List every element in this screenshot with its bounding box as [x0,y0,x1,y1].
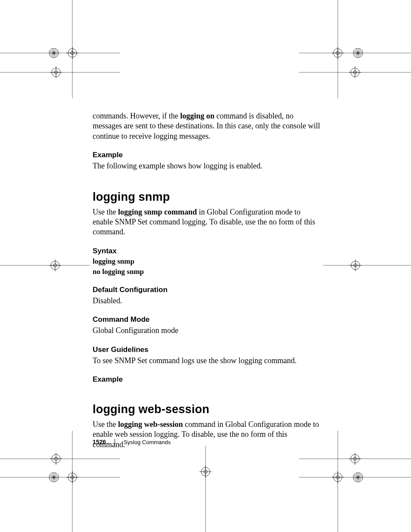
body-paragraph: Use the logging snmp command in Global C… [93,207,321,237]
syntax-line: no logging snmp [93,268,321,276]
body-paragraph: To see SNMP Set command logs use the sho… [93,356,321,366]
registration-mark-icon [34,444,120,530]
bold-text: logging web-session [118,420,183,429]
registration-mark-icon [312,29,411,98]
syntax-line: logging snmp [93,257,321,266]
heading-syntax: Syntax [93,247,321,255]
heading-logging-snmp: logging snmp [93,190,321,204]
registration-mark-icon [34,29,120,98]
bold-text: logging snmp command [118,208,197,216]
heading-example: Example [93,375,321,384]
footer-section-name: Syslog Commands [124,439,171,445]
text-run: commands. However, if the [93,112,180,120]
registration-mark-icon [185,463,228,532]
document-page: commands. However, if the logging on com… [0,0,411,532]
heading-default-configuration: Default Configuration [93,286,321,294]
bold-text: logging on [180,112,215,120]
registration-mark-icon [336,257,411,283]
body-paragraph: The following example shows how logging … [93,161,321,171]
body-paragraph: Disabled. [93,296,321,306]
heading-user-guidelines: User Guidelines [93,345,321,354]
content-area: commands. However, if the logging on com… [93,111,321,453]
body-paragraph: commands. However, if the logging on com… [93,111,321,141]
text-run: Use the [93,208,118,216]
registration-mark-icon [38,257,90,283]
body-paragraph: Global Configuration mode [93,326,321,336]
registration-mark-icon [312,444,411,530]
heading-command-mode: Command Mode [93,315,321,324]
text-run: Use the [93,420,118,429]
heading-example: Example [93,151,321,159]
heading-logging-web-session: logging web-session [93,403,321,416]
